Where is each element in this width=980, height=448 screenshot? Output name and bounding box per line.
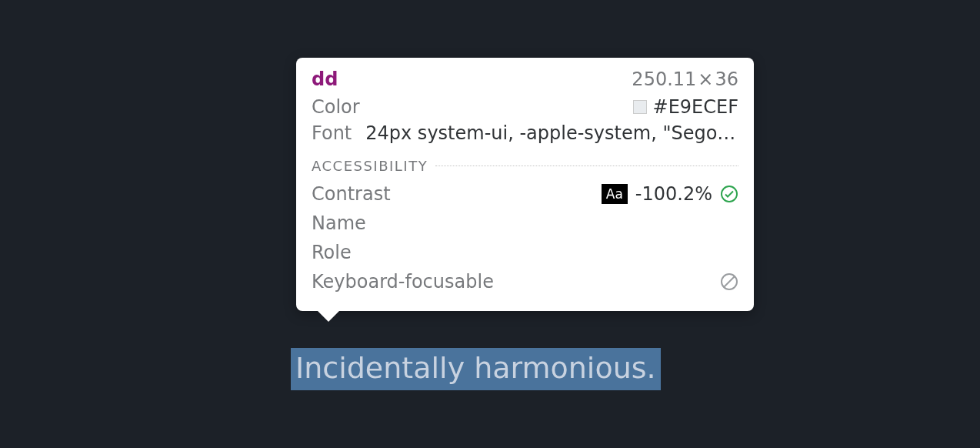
- tooltip-header: dd 250.11×36: [312, 69, 738, 90]
- font-label: Font: [312, 122, 352, 144]
- svg-line-2: [724, 276, 735, 287]
- element-dimensions: 250.11×36: [632, 69, 738, 90]
- color-value: #E9ECEF: [653, 96, 738, 118]
- role-row: Role: [312, 240, 738, 265]
- element-tag: dd: [312, 69, 338, 90]
- ban-icon: [720, 272, 738, 291]
- role-label: Role: [312, 242, 352, 263]
- inspected-text-highlight[interactable]: Incidentally harmonious.: [291, 348, 661, 390]
- keyboard-focusable-row: Keyboard-focusable: [312, 269, 738, 294]
- color-row: Color #E9ECEF: [312, 96, 738, 118]
- color-value-wrap: #E9ECEF: [633, 96, 738, 118]
- devtools-element-tooltip: dd 250.11×36 Color #E9ECEF Font 24px sys…: [296, 58, 754, 311]
- accessibility-section-header: ACCESSIBILITY: [312, 158, 428, 174]
- name-row: Name: [312, 211, 738, 236]
- contrast-value-wrap: Aa -100.2%: [602, 183, 738, 205]
- section-divider: [435, 165, 738, 166]
- check-circle-icon: [720, 185, 738, 203]
- keyboard-focusable-value: [720, 272, 738, 291]
- dimension-separator: ×: [698, 69, 713, 90]
- svg-point-0: [722, 186, 737, 202]
- color-label: Color: [312, 96, 360, 118]
- contrast-row: Contrast Aa -100.2%: [312, 182, 738, 206]
- dimension-height: 36: [715, 69, 738, 90]
- contrast-sample-chip: Aa: [602, 184, 628, 204]
- accessibility-section-header-row: ACCESSIBILITY: [312, 158, 738, 174]
- font-value: 24px system-ui, -apple-system, "Segoe…: [365, 122, 738, 144]
- dimension-width: 250.11: [632, 69, 696, 90]
- contrast-value: -100.2%: [635, 183, 712, 205]
- contrast-label: Contrast: [312, 183, 391, 205]
- font-row: Font 24px system-ui, -apple-system, "Seg…: [312, 122, 738, 144]
- color-swatch-icon: [633, 100, 647, 114]
- name-label: Name: [312, 212, 366, 234]
- keyboard-focusable-label: Keyboard-focusable: [312, 271, 494, 293]
